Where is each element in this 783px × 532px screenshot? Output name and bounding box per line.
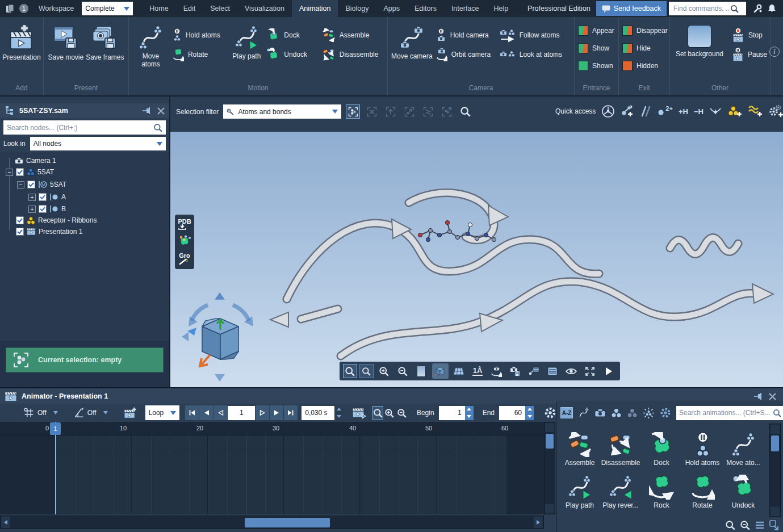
remove-hydrogens-button[interactable]: −H [694, 107, 704, 116]
presets-zoom-out-button[interactable] [740, 520, 750, 530]
menu-interface[interactable]: Interface [444, 0, 487, 17]
visibility-button[interactable] [563, 363, 579, 379]
zoom-in-button[interactable] [376, 363, 392, 379]
pin-panel-icon[interactable] [754, 393, 763, 400]
playhead[interactable] [55, 422, 56, 514]
zoom-selection-button[interactable] [359, 364, 374, 378]
dock-button[interactable]: Dock [266, 28, 318, 42]
hold-camera-button[interactable]: Hold camera [436, 28, 496, 42]
timeline-zoom-out-button[interactable] [396, 405, 408, 421]
select-all-button[interactable] [346, 104, 360, 119]
save-view-button[interactable] [506, 363, 523, 379]
deselect-button[interactable] [365, 104, 379, 119]
expand-icon[interactable]: + [28, 194, 36, 201]
viewport-3d-canvas[interactable]: PDB Gro 1Å [170, 132, 783, 387]
tree-row-chain-b[interactable]: + B [28, 203, 66, 215]
add-ribbon-icon[interactable] [748, 104, 763, 118]
search-icon[interactable] [153, 123, 162, 132]
tree-row-camera1[interactable]: Camera 1 [15, 155, 56, 166]
menu-select[interactable]: Select [203, 0, 237, 17]
filter-atoms-icon[interactable] [611, 408, 622, 418]
pause-button[interactable]: Pause [732, 48, 767, 61]
timeline-grid[interactable] [55, 435, 506, 514]
menu-editors[interactable]: Editors [407, 0, 444, 17]
preset-disassemble[interactable]: Disassemble [600, 425, 641, 467]
move-camera-button[interactable]: Move camera [391, 20, 433, 60]
smiles-import-button[interactable] [178, 235, 191, 248]
presets-scrollbar[interactable] [769, 424, 781, 517]
collapse-icon[interactable]: − [6, 169, 13, 176]
checkbox[interactable] [39, 205, 47, 213]
export-movie-button[interactable] [352, 406, 367, 420]
filter-paths-icon[interactable] [578, 407, 589, 418]
timeline-ruler[interactable]: 0 10 20 30 40 50 60 [0, 422, 544, 435]
preset-dock[interactable]: Dock [641, 425, 682, 467]
menu-apps[interactable]: Apps [376, 0, 407, 17]
timeline-zoom-fit-button[interactable] [372, 406, 383, 420]
play-button[interactable] [600, 363, 617, 379]
find-selection-button[interactable] [458, 104, 472, 119]
navigation-cube[interactable] [176, 292, 267, 386]
select-similar-button[interactable] [421, 104, 435, 119]
search-nodes-input[interactable] [7, 124, 153, 132]
notifications-bell-icon[interactable] [768, 4, 776, 13]
set-charge-icon[interactable]: 2+ [657, 107, 673, 115]
checkbox[interactable] [16, 228, 24, 236]
menu-home[interactable]: Home [142, 0, 175, 17]
add-to-selection-button[interactable] [439, 104, 454, 119]
step-forward-button[interactable] [256, 405, 269, 420]
add-animation-button[interactable] [108, 406, 137, 420]
timeline-horizontal-scrollbar[interactable] [0, 516, 544, 529]
timeline-zoom-in-button[interactable] [383, 405, 395, 421]
fullscreen-button[interactable] [581, 363, 598, 379]
gro-import-button[interactable]: Gro [179, 253, 190, 265]
look-in-combo[interactable]: All nodes [30, 137, 166, 150]
step-back-button[interactable] [213, 405, 227, 420]
change-bond-icon[interactable] [640, 104, 651, 118]
checkbox[interactable] [39, 193, 47, 201]
expand-selection-button[interactable] [402, 104, 416, 119]
next-keyframe-button[interactable] [270, 405, 283, 420]
zoom-out-button[interactable] [395, 363, 411, 379]
stop-button[interactable]: Stop [732, 28, 767, 42]
navigation-cube-toggle[interactable] [432, 363, 449, 379]
preferences-wrench-icon[interactable] [753, 4, 762, 13]
label-button[interactable] [525, 363, 542, 379]
current-frame-marker[interactable]: 1 [50, 422, 61, 435]
preset-rock[interactable]: Rock [641, 467, 682, 509]
scale-indicator-toggle[interactable]: 1Å [470, 363, 486, 379]
send-feedback-button[interactable]: Send feedback [596, 1, 667, 16]
add-hydrogens-button[interactable]: +H [679, 107, 688, 116]
preset-rotate[interactable]: Rotate [682, 467, 723, 509]
find-commands-box[interactable] [669, 2, 746, 15]
search-animations-box[interactable] [676, 406, 783, 420]
menu-edit[interactable]: Edit [176, 0, 203, 17]
search-animations-input[interactable] [679, 409, 773, 417]
grid-toggle[interactable] [451, 363, 467, 379]
current-frame-input[interactable] [228, 406, 255, 420]
close-panel-icon[interactable] [157, 107, 165, 115]
preset-play-reverse[interactable]: Play rever... [600, 467, 641, 509]
previous-keyframe-button[interactable] [199, 405, 213, 420]
preset-hold-atoms[interactable]: Hold atoms [682, 425, 723, 467]
assemble-button[interactable]: Assemble [322, 28, 384, 42]
hide-button[interactable]: Hide [622, 41, 668, 55]
filter-effects-icon[interactable] [643, 407, 655, 419]
close-panel-icon[interactable] [769, 393, 776, 400]
tree-row-5sat-model[interactable]: − M 5SAT [17, 179, 66, 190]
settings-add-icon[interactable] [768, 104, 783, 118]
select-parent-button[interactable] [383, 104, 397, 119]
background-button[interactable] [413, 363, 430, 379]
snap-mode-dropdown[interactable]: Off [58, 407, 108, 419]
set-background-button[interactable]: Set background [673, 20, 726, 58]
add-molecule-icon[interactable] [727, 104, 742, 118]
pin-panel-icon[interactable] [143, 107, 152, 114]
current-selection-bar[interactable]: Current selection: empty [6, 347, 164, 372]
info-icon[interactable]: i [769, 47, 780, 57]
expand-icon[interactable]: + [28, 206, 36, 213]
menu-visualization[interactable]: Visualization [237, 0, 292, 17]
search-nodes-box[interactable] [3, 120, 166, 135]
presets-export-button[interactable] [769, 520, 780, 530]
begin-spinbox[interactable]: 1 [439, 406, 474, 420]
animator-settings-button[interactable] [544, 407, 556, 419]
